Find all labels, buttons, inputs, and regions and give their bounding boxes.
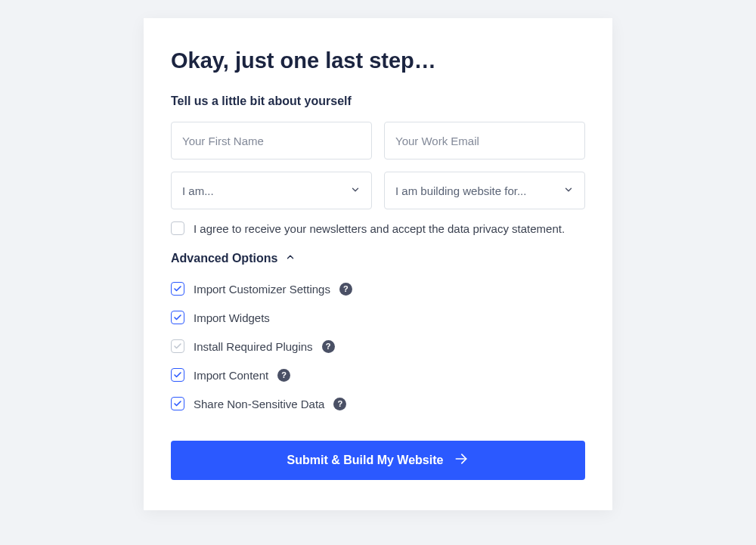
advanced-option-widgets: Import Widgets — [171, 311, 585, 324]
advanced-option-label: Share Non-Sensitive Data — [194, 398, 324, 410]
chevron-up-icon — [285, 252, 296, 265]
help-icon[interactable]: ? — [277, 369, 290, 382]
help-icon[interactable]: ? — [322, 340, 335, 353]
advanced-option-checkbox[interactable] — [171, 397, 184, 410]
submit-button[interactable]: Submit & Build My Website — [171, 441, 585, 480]
first-name-input[interactable] — [171, 122, 372, 159]
work-email-input[interactable] — [384, 122, 585, 159]
advanced-options-toggle[interactable]: Advanced Options — [171, 252, 585, 265]
submit-button-label: Submit & Build My Website — [287, 454, 444, 467]
advanced-option-checkbox — [171, 339, 184, 353]
advanced-option-plugins: Install Required Plugins? — [171, 339, 585, 353]
advanced-option-checkbox[interactable] — [171, 368, 184, 382]
advanced-option-share: Share Non-Sensitive Data? — [171, 397, 585, 410]
help-icon[interactable]: ? — [339, 283, 352, 296]
advanced-option-checkbox[interactable] — [171, 311, 184, 324]
role-select[interactable]: I am... — [171, 172, 372, 209]
advanced-option-label: Import Widgets — [194, 311, 270, 324]
help-icon[interactable]: ? — [333, 398, 346, 410]
advanced-option-label: Install Required Plugins — [194, 340, 313, 353]
arrow-right-icon — [454, 451, 469, 469]
role-select-label: I am... — [182, 184, 214, 197]
advanced-options-list: Import Customizer Settings?Import Widget… — [171, 282, 585, 410]
onboarding-card: Okay, just one last step… Tell us a litt… — [144, 18, 612, 510]
purpose-select[interactable]: I am building website for... — [384, 172, 585, 209]
page-title: Okay, just one last step… — [171, 48, 585, 73]
name-email-row — [171, 122, 585, 159]
role-purpose-row: I am... I am building website for... — [171, 172, 585, 209]
consent-label: I agree to receive your newsletters and … — [194, 222, 565, 235]
advanced-option-checkbox[interactable] — [171, 282, 184, 296]
advanced-option-customizer: Import Customizer Settings? — [171, 282, 585, 296]
advanced-option-label: Import Content — [194, 369, 268, 382]
purpose-select-label: I am building website for... — [395, 184, 526, 197]
chevron-down-icon — [563, 184, 574, 197]
chevron-down-icon — [350, 184, 361, 197]
consent-checkbox[interactable] — [171, 221, 184, 235]
advanced-option-label: Import Customizer Settings — [194, 283, 330, 296]
consent-row: I agree to receive your newsletters and … — [171, 221, 585, 235]
advanced-options-label: Advanced Options — [171, 252, 277, 265]
page-subtitle: Tell us a little bit about yourself — [171, 94, 585, 108]
advanced-option-content: Import Content? — [171, 368, 585, 382]
